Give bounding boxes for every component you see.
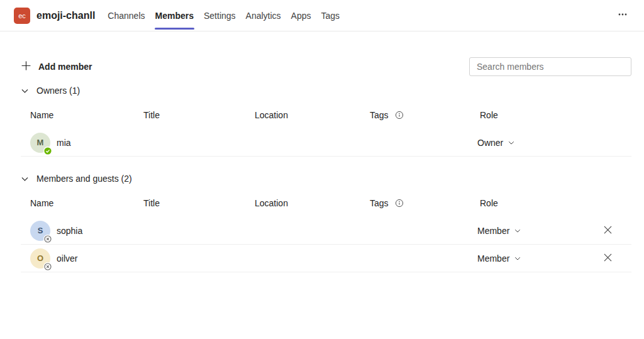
member-name: mia — [57, 138, 71, 148]
avatar: O — [30, 248, 50, 269]
column-header-name: Name — [30, 198, 143, 208]
column-header-tags: Tags — [370, 110, 480, 120]
column-header-role: Role — [480, 198, 589, 208]
section-title: Owners (1) — [36, 86, 80, 96]
page-title: emoji-chanll — [36, 10, 95, 21]
column-header-tags: Tags — [370, 198, 480, 208]
column-header-location: Location — [255, 198, 370, 208]
chevron-down-icon — [514, 227, 521, 235]
info-icon[interactable] — [395, 199, 404, 208]
members-list: Owners (1) Name Title Location Tags Role… — [21, 82, 631, 272]
column-header-role: Role — [480, 110, 589, 120]
remove-member-button[interactable] — [601, 250, 615, 267]
chevron-down-icon — [21, 175, 29, 183]
member-role-cell: Member — [480, 252, 589, 265]
tab-analytics[interactable]: Analytics — [241, 0, 286, 31]
role-label: Owner — [477, 138, 503, 148]
tab-channels[interactable]: Channels — [103, 0, 150, 31]
member-role-cell: Member — [480, 225, 589, 237]
tab-bar: ChannelsMembersSettingsAnalyticsAppsTags — [103, 0, 345, 31]
member-name-cell: S sophia — [30, 221, 143, 241]
info-icon[interactable] — [395, 111, 404, 119]
member-section: Members and guests (2) Name Title Locati… — [21, 170, 631, 272]
tags-label: Tags — [370, 198, 389, 208]
presence-available-icon — [43, 147, 52, 155]
role-label: Member — [477, 226, 509, 236]
member-name: sophia — [57, 226, 82, 236]
members-toolbar: Add member — [21, 57, 631, 76]
member-name-cell: M mia — [30, 133, 143, 153]
members-panel: Add member Owners (1) Name Title Locatio… — [0, 57, 644, 272]
role-dropdown[interactable]: Member — [477, 225, 521, 237]
search-members-input[interactable] — [469, 57, 631, 76]
member-section: Owners (1) Name Title Location Tags Role… — [21, 82, 631, 157]
channel-members-page: ec emoji-chanll ChannelsMembersSettingsA… — [0, 0, 644, 339]
avatar: M — [30, 133, 50, 153]
presence-offline-icon — [43, 262, 52, 271]
section-toggle[interactable]: Members and guests (2) — [21, 170, 631, 187]
role-dropdown[interactable]: Owner — [477, 136, 515, 149]
section-title: Members and guests (2) — [36, 174, 132, 184]
chevron-down-icon — [514, 255, 521, 262]
member-role-cell: Owner — [480, 136, 589, 149]
column-header-name: Name — [30, 110, 143, 120]
member-name: oilver — [57, 253, 77, 264]
tags-label: Tags — [370, 110, 389, 120]
ellipsis-icon — [618, 9, 628, 21]
add-member-label: Add member — [38, 62, 92, 72]
more-options-button[interactable] — [614, 6, 631, 25]
member-row: S sophia Member — [21, 217, 631, 245]
avatar: S — [30, 221, 50, 241]
tab-settings[interactable]: Settings — [199, 0, 241, 31]
section-rows: M mia Owner — [21, 129, 631, 157]
column-header-title: Title — [143, 110, 255, 120]
app-header: ec emoji-chanll ChannelsMembersSettingsA… — [0, 0, 644, 31]
role-label: Member — [477, 253, 509, 264]
channel-avatar: ec — [14, 8, 30, 24]
table-header: Name Title Location Tags Role — [21, 189, 631, 217]
chevron-down-icon — [508, 139, 515, 147]
tab-apps[interactable]: Apps — [286, 0, 316, 31]
column-header-title: Title — [143, 198, 255, 208]
tab-members[interactable]: Members — [150, 0, 199, 31]
add-member-button[interactable]: Add member — [21, 59, 95, 74]
column-header-location: Location — [255, 110, 370, 120]
role-dropdown[interactable]: Member — [477, 252, 521, 265]
chevron-down-icon — [21, 87, 29, 95]
section-toggle[interactable]: Owners (1) — [21, 82, 631, 99]
section-rows: S sophia Member — [21, 217, 631, 272]
member-name-cell: O oilver — [30, 248, 143, 269]
member-row: O oilver Member — [21, 245, 631, 272]
close-icon — [603, 253, 613, 264]
close-icon — [603, 225, 613, 236]
tab-tags[interactable]: Tags — [316, 0, 345, 31]
member-row: M mia Owner — [21, 129, 631, 157]
remove-member-button[interactable] — [601, 223, 615, 239]
plus-icon — [21, 60, 31, 73]
member-actions-cell — [589, 250, 615, 267]
member-actions-cell — [589, 223, 615, 239]
table-header: Name Title Location Tags Role — [21, 101, 631, 129]
presence-offline-icon — [43, 235, 52, 243]
